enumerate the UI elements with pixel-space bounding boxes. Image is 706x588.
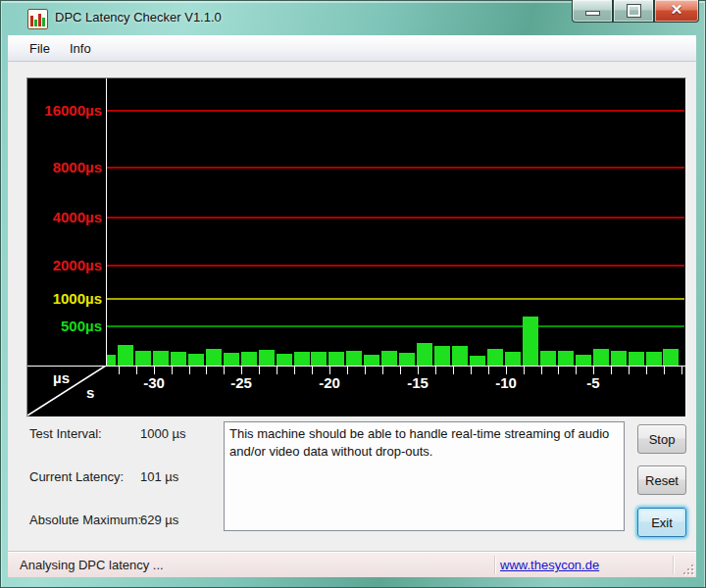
latency-bar [540,351,556,366]
y-axis-label-500us: 500µs [27,318,102,335]
current-latency-label: Current Latency: [29,469,124,484]
resize-grip[interactable] [681,563,693,574]
latency-bar [171,352,186,366]
x-axis-tick [664,367,665,374]
latency-bar [107,355,116,366]
threshold-line-1000us [107,298,684,300]
latency-bar [629,352,644,366]
x-axis-tick [471,367,472,374]
x-axis-tick [294,367,295,374]
latency-bar [224,353,239,366]
latency-bar [646,352,662,366]
x-axis-tick [593,367,594,374]
threshold-line-8000us [107,167,684,169]
x-axis-label--30: -30 [132,374,176,391]
x-axis-tick [400,367,401,374]
menu-bar: File Info [8,35,696,62]
x-axis-tick [418,367,419,374]
latency-bar [381,351,397,366]
close-button[interactable]: ✕ [654,0,699,23]
x-axis-label--25: -25 [220,374,263,391]
y-axis-label-1000us: 1000µs [27,290,102,308]
menu-info[interactable]: Info [60,38,101,59]
x-axis-tick [611,367,612,374]
status-text: Analysing DPC latency ... [20,558,164,572]
x-axis-tick [524,367,525,374]
latency-bar [505,352,521,366]
x-axis-line [27,366,685,367]
status-bar: Analysing DPC latency ... www.thesycon.d… [8,552,696,577]
absolute-maximum-value: 629 µs [140,513,178,527]
minimize-icon [585,11,600,16]
app-window: DPC Latency Checker V1.1.0 ✕ File Info µ [0,0,706,588]
x-unit-label: s [86,384,94,401]
x-axis-tick [312,367,313,374]
test-interval-value: 1000 µs [140,426,186,441]
y-axis-divider [106,78,107,367]
latency-bar [118,345,133,366]
x-axis-tick [189,367,190,374]
latency-bar [417,343,432,366]
app-icon-bar [34,20,37,26]
latency-bar [328,352,344,366]
x-axis-tick [646,367,647,374]
x-axis-tick [506,367,507,374]
window-title: DPC Latency Checker V1.1.0 [55,10,222,24]
x-axis-tick [136,367,137,374]
status-separator [494,556,495,574]
latency-bar [663,349,679,366]
x-axis-label--20: -20 [308,374,351,391]
latency-chart: µs s 16000µs8000µs4000µs2000µs1000µs500µ… [26,77,686,417]
x-axis-tick [576,367,577,374]
x-axis-tick [154,367,155,374]
x-axis-tick [681,367,682,374]
latency-bar [452,346,468,366]
minimize-button[interactable] [572,0,613,23]
close-icon: ✕ [655,1,698,19]
latency-bar [259,350,275,366]
latency-bar [364,355,379,366]
title-bar[interactable]: DPC Latency Checker V1.1.0 ✕ [0,0,706,35]
x-axis-tick [453,367,454,374]
reset-button[interactable]: Reset [637,466,686,495]
exit-button[interactable]: Exit [637,508,686,537]
latency-bar [294,352,310,366]
absolute-maximum-label: Absolute Maximum: [29,513,141,527]
y-axis-label-16000us: 16000µs [27,102,102,120]
y-axis-label-8000us: 8000µs [27,159,102,176]
maximize-button[interactable] [613,0,654,23]
latency-bar [487,349,503,366]
x-axis-tick [541,367,542,374]
thesycon-link[interactable]: www.thesycon.de [500,558,599,572]
stop-button[interactable]: Stop [637,424,686,454]
test-interval-label: Test Interval: [29,426,102,441]
app-icon-bar [42,18,45,26]
x-axis-tick [241,367,242,374]
x-axis-tick [365,367,366,374]
latency-bar [188,354,204,366]
status-separator [673,556,674,574]
x-axis-tick [259,367,260,374]
x-axis-tick [172,367,173,374]
x-axis-tick [277,367,277,374]
latency-bar [434,346,450,366]
x-axis-tick [224,367,225,374]
latency-bar [523,317,538,366]
maximize-icon [628,5,640,17]
threshold-line-4000us [107,217,684,219]
x-axis-tick [435,367,436,374]
x-axis-tick [488,367,489,374]
y-unit-label: µs [53,369,70,386]
x-axis-tick [382,367,383,374]
x-axis-tick [558,367,559,374]
y-axis-label-2000us: 2000µs [27,257,102,274]
latency-bar [153,351,169,366]
x-axis-tick [329,367,330,374]
menu-file[interactable]: File [20,38,60,59]
latency-bar [206,349,222,366]
x-axis-tick [206,367,207,374]
x-axis-label--10: -10 [484,374,528,391]
result-message-box: This machine should be able to handle re… [224,421,625,531]
latency-bar [593,349,609,366]
latency-bar [346,351,362,366]
